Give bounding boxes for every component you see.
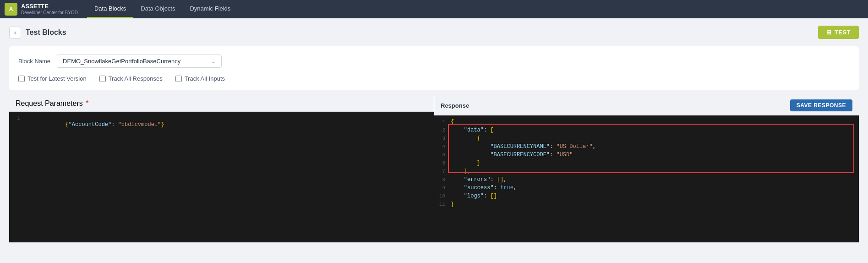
- save-response-button[interactable]: SAVE RESPONSE: [790, 99, 852, 111]
- block-name-select[interactable]: DEMO_SnowflakeGetPortfolioBaseCurrency ⌄: [57, 55, 222, 68]
- request-panel-title: Request Parameters *: [16, 99, 88, 108]
- line-content: {: [451, 135, 480, 142]
- line-number: 6: [434, 160, 451, 166]
- response-line-1: 1 {: [434, 118, 859, 126]
- line-content: "errors": [],: [451, 176, 507, 183]
- app-logo-icon: A: [5, 3, 17, 16]
- chevron-down-icon: ⌄: [211, 58, 216, 65]
- logo-block: A ASSETTE Developer Center for BYOD: [5, 3, 78, 16]
- page-header-left: ‹ Test Blocks: [9, 27, 66, 38]
- request-panel-header: Request Parameters *: [9, 96, 434, 112]
- line-number: 1: [9, 115, 26, 121]
- back-button[interactable]: ‹: [9, 27, 21, 38]
- line-number: 3: [434, 135, 451, 141]
- app-title: ASSETTE: [21, 3, 78, 10]
- response-line-8: 8 "errors": [],: [434, 176, 859, 184]
- page-header: ‹ Test Blocks ⊞ TEST: [9, 26, 859, 39]
- line-content: "success": true,: [451, 185, 517, 191]
- line-number: 10: [434, 193, 451, 199]
- checkbox-track-responses-input[interactable]: [99, 76, 106, 82]
- response-line-5: 5 "BASECURRENCYCODE": "USD": [434, 151, 859, 159]
- nav-item-data-blocks[interactable]: Data Blocks: [87, 0, 133, 18]
- line-content: "logs": []: [451, 193, 497, 199]
- app-logo-text: ASSETTE Developer Center for BYOD: [21, 3, 78, 15]
- line-number: 1: [434, 119, 451, 125]
- line-content: }: [451, 201, 454, 208]
- request-title-text: Request Parameters: [16, 99, 83, 107]
- test-icon: ⊞: [826, 29, 832, 36]
- response-line-4: 4 "BASECURRENCYNAME": "US Dollar",: [434, 143, 859, 151]
- response-panel-header: Response SAVE RESPONSE: [434, 96, 859, 115]
- line-content: }: [451, 160, 480, 166]
- page-title: Test Blocks: [26, 28, 66, 37]
- checkbox-track-inputs-label: Track All Inputs: [185, 75, 225, 82]
- response-panel-title: Response: [441, 102, 469, 109]
- checkbox-test-latest-input[interactable]: [18, 76, 25, 82]
- line-number: 9: [434, 185, 451, 191]
- block-name-row: Block Name DEMO_SnowflakeGetPortfolioBas…: [18, 55, 850, 68]
- line-content: "data": [: [451, 127, 494, 133]
- response-line-11: 11 }: [434, 201, 859, 209]
- line-number: 5: [434, 152, 451, 158]
- line-number: 11: [434, 201, 451, 207]
- request-panel: Request Parameters * 1 {"AccountCode": "…: [9, 96, 434, 242]
- checkbox-test-latest[interactable]: Test for Latest Version: [18, 75, 87, 82]
- nav-items: Data Blocks Data Objects Dynamic Fields: [87, 0, 238, 18]
- app-subtitle: Developer Center for BYOD: [21, 10, 78, 15]
- line-content: "BASECURRENCYNAME": "US Dollar",: [451, 143, 596, 150]
- code-line: 1 {"AccountCode": "bbdlcvmodel"}: [9, 115, 434, 135]
- main-content: ‹ Test Blocks ⊞ TEST Block Name DEMO_Sno…: [0, 18, 868, 263]
- top-navigation: A ASSETTE Developer Center for BYOD Data…: [0, 0, 868, 18]
- response-line-6: 6 }: [434, 159, 859, 168]
- checkbox-track-responses[interactable]: Track All Responses: [99, 75, 163, 82]
- nav-item-data-objects[interactable]: Data Objects: [133, 0, 182, 18]
- response-line-7: 7 ],: [434, 168, 859, 176]
- response-line-3: 3 {: [434, 135, 859, 143]
- line-content: {: [451, 119, 454, 125]
- nav-item-dynamic-fields[interactable]: Dynamic Fields: [182, 0, 238, 18]
- response-line-9: 9 "success": true,: [434, 184, 859, 192]
- response-panel-body[interactable]: 1 { 2 "data": [ 3 { 4 "BA: [434, 115, 859, 242]
- form-section: Block Name DEMO_SnowflakeGetPortfolioBas…: [9, 46, 859, 90]
- checkbox-track-inputs-input[interactable]: [175, 76, 182, 82]
- required-indicator: *: [84, 99, 89, 107]
- line-number: 7: [434, 168, 451, 174]
- line-number: 4: [434, 143, 451, 149]
- checkbox-track-inputs[interactable]: Track All Inputs: [175, 75, 225, 82]
- line-content: {"AccountCode": "bbdlcvmodel"}: [26, 115, 164, 134]
- response-line-2: 2 "data": [: [434, 126, 859, 135]
- checkbox-track-responses-label: Track All Responses: [109, 75, 163, 82]
- line-number: 2: [434, 127, 451, 133]
- block-name-label: Block Name: [18, 58, 50, 65]
- response-line-10: 10 "logs": []: [434, 192, 859, 201]
- request-panel-body[interactable]: 1 {"AccountCode": "bbdlcvmodel"}: [9, 112, 434, 242]
- line-number: 8: [434, 176, 451, 182]
- test-button-label: TEST: [835, 29, 851, 36]
- line-content: ],: [451, 168, 470, 175]
- response-panel: Response SAVE RESPONSE 1 { 2 "data": [: [434, 96, 859, 242]
- block-name-value: DEMO_SnowflakeGetPortfolioBaseCurrency: [63, 58, 180, 65]
- line-content: "BASECURRENCYCODE": "USD": [451, 152, 573, 158]
- back-icon: ‹: [14, 29, 16, 36]
- panels-row: Request Parameters * 1 {"AccountCode": "…: [9, 96, 859, 242]
- test-button[interactable]: ⊞ TEST: [818, 26, 859, 39]
- checkbox-test-latest-label: Test for Latest Version: [27, 75, 87, 82]
- checkboxes-row: Test for Latest Version Track All Respon…: [18, 75, 850, 82]
